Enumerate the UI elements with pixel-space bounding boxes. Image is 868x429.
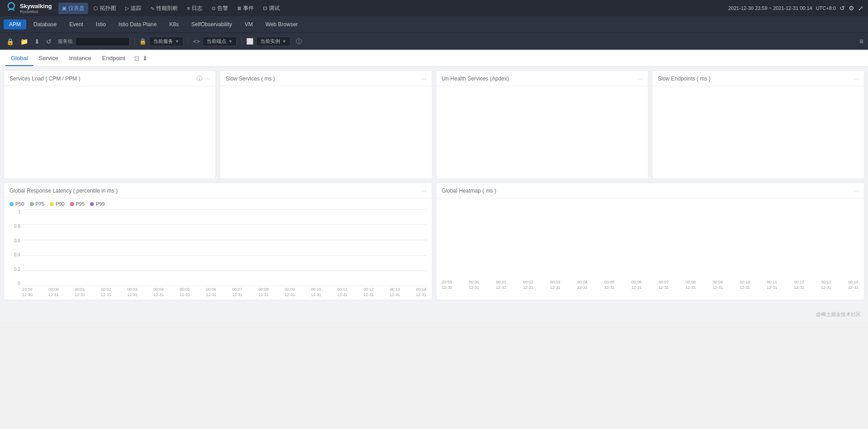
toolbar-right-icon[interactable]: ≡: [859, 38, 863, 46]
tab-web-browser[interactable]: Web Browser: [260, 19, 304, 29]
panel-unhealth-services-body: [436, 86, 648, 177]
nav-label-event: 事件: [243, 5, 254, 12]
nav-label-alert: 告警: [217, 5, 228, 12]
panel-response-latency-actions: ···: [422, 187, 427, 194]
slow-services-more-icon[interactable]: ···: [422, 75, 427, 82]
tab-vm[interactable]: VM: [239, 19, 258, 29]
response-latency-more-icon[interactable]: ···: [422, 187, 427, 194]
nav-item-performance[interactable]: ∿ 性能剖析: [147, 3, 182, 14]
x-label-2: 00:0112-31: [75, 287, 85, 300]
export-dashboard-icon[interactable]: ⬇: [142, 55, 148, 62]
panel-services-load: Services Load ( CPM / PPM ) ⓘ ···: [4, 71, 216, 179]
tab-istio-data[interactable]: Istio Data Plane: [113, 19, 162, 29]
toolbar-icon-download[interactable]: ⬇: [33, 36, 42, 47]
more-options-icon[interactable]: ···: [205, 75, 210, 82]
panel-slow-services-header: Slow Services ( ms ) ···: [220, 71, 432, 86]
event-icon: ≣: [237, 5, 241, 11]
panel-response-latency-title: Global Response Latency ( percentile in …: [9, 188, 117, 194]
info-icon[interactable]: ⓘ: [293, 37, 305, 47]
toolbar-icon-reload[interactable]: ↺: [44, 36, 53, 47]
reload-icon[interactable]: ↺: [840, 5, 845, 12]
tab-apm[interactable]: APM: [4, 19, 26, 29]
panel-unhealth-services-title: Un-Health Services (Apdex): [442, 75, 509, 82]
trace-icon: ▷: [125, 5, 129, 11]
tab-database[interactable]: Database: [28, 19, 62, 29]
expand-icon[interactable]: ⤢: [858, 5, 863, 12]
x-axis-latency: 23:5912-30 00:0012-31 00:0112-31 00:0212…: [22, 287, 427, 300]
time-range: 2021-12-30 23:59 ~ 2021-12-31 00:14: [728, 5, 812, 11]
panel-global-heatmap-header: Global Heatmap ( ms ) ···: [436, 183, 864, 198]
panel-global-heatmap-title: Global Heatmap ( ms ): [442, 188, 497, 194]
instance-selector[interactable]: 当前实例 ▼: [256, 37, 291, 46]
debug-icon: ⊡: [263, 5, 267, 11]
heatmap-x-label-14: 00:1312-31: [821, 280, 831, 292]
heatmap-x-label-5: 00:0412-31: [577, 280, 587, 292]
panel-global-heatmap-actions: ···: [854, 187, 859, 194]
x-label-4: 00:0312-31: [127, 287, 137, 300]
x-label-13: 00:1212-31: [363, 287, 374, 300]
heatmap-x-label-2: 00:0112-31: [496, 280, 506, 292]
x-label-15: 00:1412-31: [416, 287, 426, 300]
tab-endpoint[interactable]: Endpoint: [97, 51, 131, 66]
tabs-action-icons: ⊡ ⬇: [134, 55, 148, 62]
toolbar-icon-instance: ⬜: [246, 38, 253, 45]
topology-icon: ⬡: [94, 5, 98, 11]
tab-instance[interactable]: Instance: [64, 51, 97, 66]
nav-item-trace[interactable]: ▷ 追踪: [122, 3, 145, 14]
service-selector[interactable]: 当前服务 ▼: [149, 37, 183, 46]
nav-label-debug: 调试: [269, 5, 280, 12]
x-label-3: 00:0212-31: [101, 287, 111, 300]
toolbar-icon-folder[interactable]: 📁: [19, 36, 30, 47]
tab-global[interactable]: Global: [5, 51, 33, 66]
x-label-12: 00:1112-31: [337, 287, 347, 300]
top-nav: Skywalking Rocketbot ▣ 仪表盘 ⬡ 拓扑图 ▷ 追踪 ∿ …: [0, 0, 868, 16]
heatmap-x-label-10: 00:0912-31: [713, 280, 723, 292]
y-label-02: 0.2: [9, 267, 20, 272]
heatmap-x-label-13: 00:1212-31: [794, 280, 804, 292]
panel-unhealth-services: Un-Health Services (Apdex) ···: [436, 71, 648, 179]
logo-icon: [5, 1, 18, 15]
endpoint-selector[interactable]: 当前端点 ▼: [202, 37, 237, 46]
endpoint-chevron-icon: ▼: [228, 39, 233, 44]
legend-dot-p95: [70, 202, 74, 206]
separator-2: [188, 37, 188, 46]
legend-label-p95: P95: [76, 201, 85, 207]
legend-label-p50: P50: [15, 201, 24, 207]
tab-self-observability[interactable]: SelfObservability: [186, 19, 238, 29]
panel-slow-endpoints-header: Slow Endpoints ( ms ) ···: [652, 71, 864, 86]
tab-event[interactable]: Event: [64, 19, 89, 29]
unhealth-more-icon[interactable]: ···: [638, 75, 643, 82]
second-nav: APM Database Event Istio Istio Data Plan…: [0, 16, 868, 33]
settings-icon[interactable]: ⚙: [849, 5, 854, 12]
tab-service[interactable]: Service: [33, 51, 64, 66]
nav-item-debug[interactable]: ⊡ 调试: [259, 3, 283, 14]
panel-slow-endpoints-actions: ···: [854, 75, 859, 82]
save-dashboard-icon[interactable]: ⊡: [134, 55, 140, 62]
heatmap-x-label-6: 00:0512-31: [604, 280, 615, 292]
tab-istio[interactable]: Istio: [90, 19, 111, 29]
top-nav-right: 2021-12-30 23:59 ~ 2021-12-31 00:14 UTC+…: [728, 5, 863, 12]
heatmap-x-label-7: 00:0612-31: [631, 280, 642, 292]
panel-slow-services-actions: ···: [422, 75, 427, 82]
group-input[interactable]: [75, 37, 130, 46]
nav-item-dashboard[interactable]: ▣ 仪表盘: [58, 3, 88, 14]
toolbar-icon-lock[interactable]: 🔒: [5, 36, 16, 47]
logo: Skywalking Rocketbot: [5, 1, 52, 15]
log-icon: ≡: [187, 5, 190, 11]
response-latency-chart: 1 0.8 0.6 0.4 0.2 0: [9, 209, 427, 300]
y-label-04: 0.4: [9, 252, 20, 257]
heatmap-x-label-1: 00:0012-31: [469, 280, 479, 292]
nav-item-event[interactable]: ≣ 事件: [234, 3, 258, 14]
nav-item-log[interactable]: ≡ 日志: [183, 3, 206, 14]
panel-response-latency-header: Global Response Latency ( percentile in …: [4, 183, 432, 198]
tab-k8s[interactable]: K8s: [164, 19, 184, 29]
nav-label-topology: 拓扑图: [100, 5, 116, 12]
nav-item-alert[interactable]: ⊙ 告警: [208, 3, 232, 14]
slow-endpoints-more-icon[interactable]: ···: [854, 75, 859, 82]
footer: @稀土掘金技术社区: [0, 307, 868, 321]
nav-item-topology[interactable]: ⬡ 拓扑图: [90, 3, 120, 14]
legend-label-p99: P99: [96, 201, 105, 207]
panel-services-load-actions: ⓘ ···: [197, 75, 210, 83]
info-circle-icon[interactable]: ⓘ: [197, 75, 202, 83]
heatmap-more-icon[interactable]: ···: [854, 187, 859, 194]
